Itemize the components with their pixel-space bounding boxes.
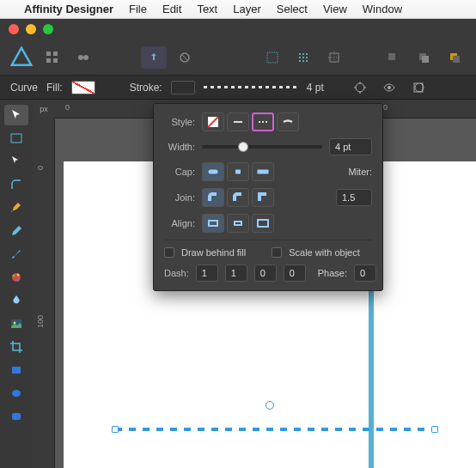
curve-node-start[interactable] xyxy=(112,426,119,433)
style-brush-button[interactable] xyxy=(277,112,299,131)
node-tool[interactable] xyxy=(4,151,28,172)
width-input[interactable] xyxy=(329,138,372,155)
corner-tool[interactable] xyxy=(4,174,28,195)
stroke-preview[interactable] xyxy=(204,86,298,88)
context-toolbar: Curve Fill: Stroke: 4 pt xyxy=(0,76,476,100)
style-none-button[interactable] xyxy=(202,112,224,131)
svg-point-34 xyxy=(12,390,21,397)
transparency-tool[interactable] xyxy=(4,290,28,311)
fill-tool[interactable] xyxy=(4,267,28,288)
svg-rect-1 xyxy=(53,52,58,56)
artboard-tool[interactable] xyxy=(4,128,28,149)
sync-upload-icon[interactable] xyxy=(141,46,167,69)
menu-edit[interactable]: Edit xyxy=(162,3,181,15)
persona-pixel-icon[interactable] xyxy=(70,46,96,69)
svg-point-23 xyxy=(356,83,364,92)
svg-rect-9 xyxy=(302,53,304,55)
menu-select[interactable]: Select xyxy=(277,3,308,15)
zoom-dot[interactable] xyxy=(43,24,53,34)
brush-tool[interactable] xyxy=(4,244,28,264)
align-outside-button[interactable] xyxy=(252,214,274,233)
phase-input[interactable] xyxy=(354,264,376,282)
width-slider[interactable] xyxy=(202,145,322,149)
svg-rect-0 xyxy=(46,52,51,56)
menu-window[interactable]: Window xyxy=(363,3,402,15)
style-dash-button[interactable] xyxy=(252,112,274,131)
style-solid-button[interactable] xyxy=(227,112,249,131)
fill-swatch[interactable] xyxy=(71,81,95,94)
menu-view[interactable]: View xyxy=(323,3,347,15)
join-bevel-button[interactable] xyxy=(227,188,249,207)
miter-input[interactable] xyxy=(336,189,372,206)
rectangle-tool[interactable] xyxy=(4,360,28,380)
cap-square-button[interactable] xyxy=(252,162,274,181)
svg-rect-20 xyxy=(422,56,429,63)
target-icon[interactable] xyxy=(350,79,370,96)
rounded-rect-tool[interactable] xyxy=(4,406,28,427)
join-miter-button[interactable] xyxy=(252,188,274,207)
dash-2-input[interactable] xyxy=(225,264,247,282)
ellipse-tool[interactable] xyxy=(4,383,28,404)
close-dot[interactable] xyxy=(9,24,19,34)
minimize-dot[interactable] xyxy=(26,24,36,34)
snap-grid-icon[interactable] xyxy=(259,46,285,69)
svg-rect-13 xyxy=(306,57,308,58)
svg-rect-10 xyxy=(306,53,308,55)
svg-point-29 xyxy=(17,274,20,277)
place-image-tool[interactable] xyxy=(4,313,28,334)
crop-tool[interactable] xyxy=(4,337,28,357)
app-name[interactable]: Affinity Designer xyxy=(24,3,113,15)
svg-rect-22 xyxy=(453,56,460,63)
brush-stroke-object[interactable] xyxy=(369,282,374,468)
arrange-back-icon[interactable] xyxy=(380,46,406,69)
stroke-label: Stroke: xyxy=(130,82,162,94)
join-round-button[interactable] xyxy=(202,188,224,207)
svg-point-4 xyxy=(78,55,83,60)
move-tool[interactable] xyxy=(4,105,28,125)
snap-bounds-icon[interactable] xyxy=(321,46,347,69)
visibility-icon[interactable] xyxy=(379,79,400,96)
dash-4-input[interactable] xyxy=(284,264,306,282)
svg-rect-8 xyxy=(299,53,301,55)
svg-rect-35 xyxy=(12,413,21,420)
arrange-front-icon[interactable] xyxy=(411,46,436,69)
sync-settings-icon[interactable] xyxy=(172,46,198,69)
curve-object[interactable] xyxy=(115,427,435,432)
arrange-top-icon[interactable] xyxy=(442,46,467,69)
pencil-tool[interactable] xyxy=(4,221,28,241)
svg-rect-15 xyxy=(302,60,304,62)
curve-node-end[interactable] xyxy=(431,426,438,433)
stroke-swatch[interactable] xyxy=(171,81,195,94)
reset-bbox-icon[interactable] xyxy=(408,79,429,96)
cap-round-button[interactable] xyxy=(202,162,224,181)
menu-text[interactable]: Text xyxy=(197,3,217,15)
scale-with-label: Scale with object xyxy=(289,247,360,258)
align-inside-button[interactable] xyxy=(227,214,249,233)
dash-1-input[interactable] xyxy=(196,264,218,282)
svg-rect-33 xyxy=(12,367,21,374)
dash-3-input[interactable] xyxy=(254,264,277,282)
svg-rect-11 xyxy=(299,57,301,58)
curve-handle[interactable] xyxy=(265,401,274,410)
align-label: Align: xyxy=(164,218,195,228)
svg-rect-38 xyxy=(235,222,241,225)
align-center-button[interactable] xyxy=(202,214,224,233)
join-label: Join: xyxy=(164,192,195,203)
svg-point-24 xyxy=(388,86,391,89)
svg-point-5 xyxy=(83,55,88,60)
persona-designer-icon[interactable] xyxy=(40,46,65,69)
menu-layer[interactable]: Layer xyxy=(233,3,261,15)
vertical-ruler[interactable]: 0 100 xyxy=(33,119,55,468)
snap-pixel-icon[interactable] xyxy=(290,46,316,69)
scale-with-checkbox[interactable] xyxy=(272,247,282,258)
cap-butt-button[interactable] xyxy=(227,162,249,181)
mac-menubar: Affinity Designer File Edit Text Layer S… xyxy=(0,0,476,19)
ruler-unit[interactable]: px xyxy=(33,100,55,119)
pen-tool[interactable] xyxy=(4,198,28,218)
svg-rect-2 xyxy=(46,58,51,63)
menu-file[interactable]: File xyxy=(129,3,147,15)
width-slider-thumb[interactable] xyxy=(238,142,248,152)
phase-label: Phase: xyxy=(318,268,347,278)
draw-behind-checkbox[interactable] xyxy=(164,247,174,258)
stroke-width-value[interactable]: 4 pt xyxy=(307,82,324,94)
